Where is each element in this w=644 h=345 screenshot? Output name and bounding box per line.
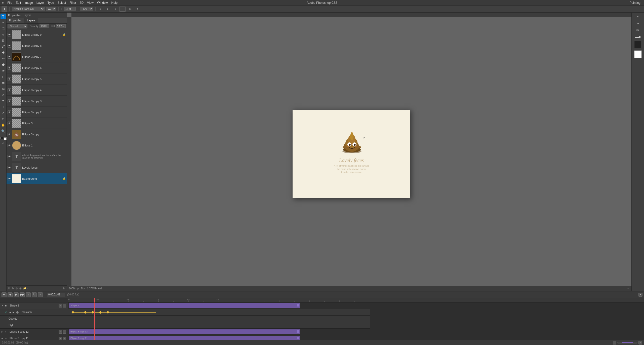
clone-tool-btn[interactable]: ⬟ (1, 62, 6, 67)
color-swatch[interactable] (119, 7, 126, 12)
layer-item[interactable]: 👁 💩 Ellipse 3 copy (7, 129, 67, 140)
opacity-input[interactable] (39, 24, 49, 28)
layer-item[interactable]: 👁 Ellipse 3 copy 9 🔒 (7, 29, 67, 40)
tl-prev-frame-btn[interactable]: ◀ (8, 292, 13, 297)
hand-tool-btn[interactable]: ✋ (1, 122, 6, 128)
layer-visibility-toggle[interactable]: 👁 (8, 88, 11, 92)
rt-histogram-btn[interactable]: ▂▃▅ (635, 34, 641, 39)
tl-audio-btn[interactable]: ♪ (26, 292, 31, 297)
type-tool-btn[interactable]: T (1, 14, 6, 19)
menu-help[interactable]: Help (111, 1, 118, 5)
color-swatches[interactable] (1, 137, 6, 139)
tl-next-frame-btn[interactable]: ▶▶ (20, 292, 25, 297)
tl-expand-btn[interactable]: ≡ (59, 304, 62, 308)
zoom-tool-btn[interactable]: 🔍 (1, 128, 6, 134)
properties-tab[interactable]: Properties (7, 18, 24, 23)
tool-type-btn[interactable]: T (2, 6, 7, 12)
history-tool-btn[interactable]: ⟳ (1, 68, 6, 73)
shape-tool-btn[interactable]: □ (1, 116, 6, 122)
blur-tool-btn[interactable]: ◎ (1, 86, 6, 92)
tl-to-start-btn[interactable]: ⇤ (2, 292, 7, 297)
layer-visibility-toggle[interactable]: 👁 (8, 44, 11, 48)
tl-delete-btn[interactable]: - (63, 330, 66, 334)
warp-text-btn[interactable]: ⌲ (128, 6, 133, 12)
tl-label-transform[interactable]: ⏱ ◀ ▶ Transform (0, 309, 68, 316)
layer-visibility-toggle[interactable]: 👁 (8, 122, 11, 125)
menu-3d[interactable]: 3D (80, 1, 84, 5)
menu-image[interactable]: Image (24, 1, 33, 5)
rt-3d-btn[interactable]: 3D (635, 27, 641, 33)
expand-arrow-icon[interactable]: ▶ (2, 331, 4, 333)
expand-arrow-icon[interactable]: ▼ (2, 304, 4, 307)
layer-item[interactable]: 👁 Ellipse 3 copy 4 (7, 85, 67, 96)
zoom-reset-btn[interactable]: ▶ (77, 287, 79, 290)
add-style-btn[interactable]: fx (12, 287, 14, 290)
expand-arrow-icon[interactable]: ▶ (2, 337, 4, 339)
properties-tab-label[interactable]: Properties (8, 14, 21, 17)
layer-visibility-toggle[interactable]: 👁 (8, 33, 11, 36)
pen-tool-btn[interactable]: ✒ (1, 98, 6, 104)
layer-item[interactable]: 👁 Ellipse 3 copy 5 (7, 73, 67, 85)
char-panel-btn[interactable]: ¶ (135, 6, 140, 12)
layer-item[interactable]: 👁 Ellipse 3 copy 6 (7, 62, 67, 73)
layers-tab-label[interactable]: Layers (24, 14, 31, 17)
move-tool-btn[interactable]: ↖ (1, 20, 6, 25)
nav-icon[interactable]: ◀ (9, 311, 11, 314)
tl-play-btn[interactable]: ▶ (14, 292, 19, 297)
layer-item[interactable]: 👁 T A lot of things can't see the surfac… (7, 151, 67, 162)
dodge-tool-btn[interactable]: ☀ (1, 92, 6, 98)
tl-zoom-slider[interactable] (617, 342, 637, 343)
menu-file[interactable]: File (7, 1, 12, 5)
layer-visibility-toggle[interactable]: 👁 (8, 166, 11, 169)
crop-tool-btn[interactable]: ⊡ (1, 38, 6, 43)
current-time-input[interactable] (47, 293, 65, 296)
tl-delete-btn[interactable]: - (63, 337, 66, 340)
layer-item[interactable]: 👁 T Lovely feces (7, 162, 67, 173)
align-center-btn[interactable]: ≡ (105, 6, 110, 12)
layer-item-background[interactable]: 👁 Background 🔒 (7, 173, 67, 184)
add-layer-btn[interactable]: □ (28, 287, 29, 290)
tl-settings-btn[interactable]: ⚙ (38, 292, 43, 297)
layer-visibility-toggle[interactable]: 👁 (8, 55, 11, 59)
foreground-color[interactable] (1, 137, 3, 139)
path-select-btn[interactable]: ↗ (1, 110, 6, 116)
eyedropper-tool-btn[interactable]: 🖍 (1, 44, 6, 49)
tl-bar-ellipse12[interactable]: Ellipse 3 copy 12 (69, 329, 300, 334)
rt-properties-btn[interactable]: ⚙ (635, 21, 641, 26)
font-family-select[interactable]: Hiragino Sans GB (12, 7, 45, 11)
layer-item[interactable]: 👁 Ellipse 1 (7, 140, 67, 151)
text-type-btn[interactable]: T (1, 104, 6, 110)
lasso-tool-btn[interactable]: ⌾ (1, 32, 6, 37)
tl-label-shape2[interactable]: ▼ ■ Shape 2 ≡ - (0, 302, 68, 309)
add-group-btn[interactable]: 📁 (23, 287, 26, 290)
background-color[interactable] (4, 137, 7, 140)
rt-layers-btn[interactable]: ≡ (635, 14, 641, 20)
brush-tool-btn[interactable]: ✏ (1, 56, 6, 61)
layer-visibility-toggle[interactable]: 👁 (8, 144, 11, 147)
tl-loop-btn[interactable]: ↻ (32, 292, 37, 297)
layer-item[interactable]: 👁 Ellipse 3 (7, 118, 67, 129)
eraser-tool-btn[interactable]: ◻ (1, 74, 6, 80)
tl-bar-ellipse11[interactable]: Ellipse 3 copy 11 (69, 336, 300, 340)
menu-type[interactable]: Type (48, 1, 54, 5)
rt-foreground-swatch[interactable] (634, 41, 642, 48)
layer-visibility-toggle[interactable]: 👁 (8, 66, 11, 70)
layer-visibility-toggle[interactable]: 👁 (8, 110, 11, 114)
nav-icon-2[interactable]: ▶ (13, 311, 14, 314)
tl-delete-btn[interactable]: - (63, 304, 66, 308)
layer-item[interactable]: 👁 Ellipse 3 copy 7 (7, 51, 67, 62)
layer-visibility-toggle[interactable]: 👁 (8, 177, 11, 180)
tl-label-opacity[interactable]: Opacity (0, 316, 68, 322)
swap-colors-icon[interactable]: ⇄ (2, 142, 4, 144)
tl-zoom-in[interactable]: + (638, 341, 642, 344)
blend-mode-select[interactable]: Normal (8, 24, 27, 28)
tl-label-ellipse11[interactable]: ▶ ○ Ellipse 3 copy 11 ≡ - (0, 335, 68, 340)
healing-tool-btn[interactable]: ✚ (1, 50, 6, 55)
menu-window[interactable]: Window (97, 1, 108, 5)
menu-view[interactable]: View (87, 1, 94, 5)
delete-layer-btn[interactable]: 🗑 (63, 287, 65, 290)
tl-stopwatch-icon[interactable]: ⏱ (5, 311, 7, 314)
layer-item[interactable]: 👁 Ellipse 3 copy 8 (7, 40, 67, 51)
layers-tab[interactable]: Layers (24, 18, 38, 23)
layer-item[interactable]: 👁 Ellipse 3 copy 2 (7, 107, 67, 118)
